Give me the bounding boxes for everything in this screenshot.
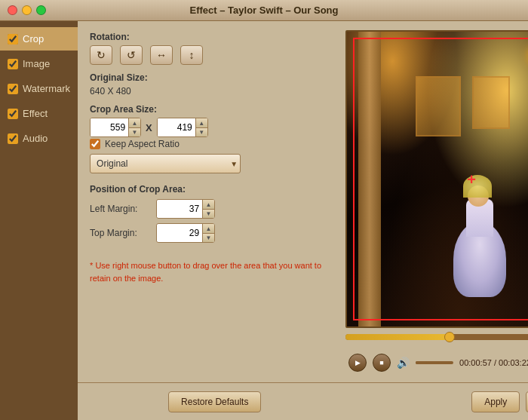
original-size-value: 640 X 480 (90, 86, 333, 97)
column-left (358, 32, 381, 326)
crop-width-spinners: ▲ ▼ (128, 118, 140, 136)
apply-button[interactable]: Apply (471, 391, 520, 412)
sidebar-checkbox-crop[interactable] (8, 34, 18, 44)
top-margin-down[interactable]: ▼ (203, 233, 214, 242)
rotation-label: Rotation: (90, 32, 333, 42)
preview-image-container: + (345, 30, 528, 328)
figure (450, 176, 510, 297)
progress-bar-wrapper[interactable] (345, 334, 528, 343)
sidebar-checkbox-image[interactable] (8, 59, 18, 69)
sidebar-label-audio: Audio (23, 133, 48, 144)
volume-fill (416, 361, 427, 364)
aspect-ratio-row: Keep Aspect Ratio (90, 139, 333, 149)
window-controls (8, 5, 46, 15)
titlebar: Effect – Taylor Swift – Our Song (0, 0, 528, 21)
time-total: 00:03:22 (499, 358, 528, 367)
left-margin-label: Left Margin: (90, 204, 150, 214)
rotation-row: ↻ ↺ ↔ ↕ (90, 45, 333, 65)
crop-area-row: ▲ ▼ X ▲ ▼ (90, 118, 333, 137)
left-margin-down[interactable]: ▼ (203, 209, 214, 218)
bottom-bar: Restore Defaults Apply Close (78, 382, 528, 420)
left-margin-row: Left Margin: ▲ ▼ (90, 199, 333, 219)
crop-height-spinners: ▲ ▼ (195, 118, 207, 136)
volume-slider[interactable] (416, 361, 453, 364)
flip-v-button[interactable]: ↕ (180, 45, 203, 65)
crop-width-input[interactable] (91, 118, 128, 136)
left-margin-input[interactable] (157, 201, 202, 217)
close-window-button[interactable] (8, 5, 17, 15)
minimize-window-button[interactable] (22, 5, 32, 15)
progress-thumb[interactable] (444, 332, 455, 342)
left-margin-spinners: ▲ ▼ (202, 200, 214, 218)
sidebar-label-crop: Crop (23, 33, 44, 44)
sidebar-item-image[interactable]: Image (0, 52, 78, 75)
sidebar-item-watermark[interactable]: Watermark (0, 77, 78, 100)
right-buttons: Apply Close (471, 391, 528, 412)
stop-button[interactable]: ■ (373, 354, 391, 372)
original-size-section: Original Size: 640 X 480 (90, 72, 333, 97)
aspect-dropdown-wrapper: Original 4:3 16:9 1:1 ▼ (90, 154, 241, 173)
play-button[interactable]: ▶ (348, 354, 367, 372)
crop-area-section: Crop Area Size: ▲ ▼ X (90, 104, 333, 173)
keep-aspect-checkbox[interactable] (90, 139, 100, 149)
sidebar-label-watermark: Watermark (23, 83, 70, 94)
video-preview-scene: + (347, 32, 528, 326)
volume-icon[interactable]: 🔊 (397, 357, 410, 369)
progress-bar-track[interactable] (345, 334, 528, 340)
left-margin-up[interactable]: ▲ (203, 200, 214, 209)
sidebar-item-effect[interactable]: Effect (0, 102, 78, 125)
content-area: Rotation: ↻ ↺ ↔ ↕ Original Size: 640 X 4… (78, 21, 528, 420)
top-margin-input-wrap: ▲ ▼ (156, 223, 215, 243)
video-controls: ▶ ■ 🔊 00:00:57 / 00:03:22 ⊞ ⊟ (345, 349, 528, 376)
progress-bar-fill (345, 334, 450, 340)
preview-panel: + ▶ ■ 🔊 (345, 21, 528, 382)
crop-width-down[interactable]: ▼ (129, 127, 140, 136)
margins-container: Left Margin: ▲ ▼ Top Margin: (90, 199, 333, 243)
main-layout: Crop Image Watermark Effect Audio Rotati… (0, 21, 528, 420)
sidebar-checkbox-watermark[interactable] (8, 84, 18, 94)
position-label: Position of Crop Area: (90, 184, 333, 195)
aspect-dropdown[interactable]: Original 4:3 16:9 1:1 (90, 154, 241, 173)
top-section: Rotation: ↻ ↺ ↔ ↕ Original Size: 640 X 4… (78, 21, 528, 382)
crop-area-label: Crop Area Size: (90, 104, 333, 115)
crop-height-wrapper: ▲ ▼ (157, 118, 208, 137)
crop-height-down[interactable]: ▼ (196, 127, 207, 136)
time-sep: / (494, 358, 496, 367)
hair (463, 175, 492, 198)
top-margin-spinners: ▲ ▼ (202, 224, 214, 242)
sidebar-label-image: Image (23, 58, 50, 69)
help-text: * Use right mouse button to drag over th… (90, 259, 333, 284)
sidebar: Crop Image Watermark Effect Audio (0, 21, 78, 420)
maximize-window-button[interactable] (36, 5, 46, 15)
sidebar-checkbox-effect[interactable] (8, 109, 18, 119)
rotate-cw-button[interactable]: ↻ (90, 45, 112, 65)
flip-h-button[interactable]: ↔ (150, 45, 173, 65)
keep-aspect-label: Keep Aspect Ratio (105, 139, 180, 149)
top-margin-up[interactable]: ▲ (203, 224, 214, 233)
rotation-section: Rotation: ↻ ↺ ↔ ↕ (90, 32, 333, 65)
sidebar-item-audio[interactable]: Audio (0, 127, 78, 150)
crop-height-input[interactable] (158, 118, 195, 136)
position-section: Position of Crop Area: Left Margin: ▲ ▼ (90, 184, 333, 247)
top-margin-input[interactable] (157, 225, 202, 241)
window-bg-left (416, 76, 461, 136)
crop-width-up[interactable]: ▲ (129, 118, 140, 127)
crop-height-up[interactable]: ▲ (196, 118, 207, 127)
time-current: 00:00:57 (459, 358, 492, 367)
controls-panel: Rotation: ↻ ↺ ↔ ↕ Original Size: 640 X 4… (78, 21, 345, 382)
left-margin-input-wrap: ▲ ▼ (156, 199, 215, 219)
top-margin-label: Top Margin: (90, 228, 150, 238)
top-margin-row: Top Margin: ▲ ▼ (90, 223, 333, 243)
original-size-label: Original Size: (90, 72, 333, 83)
x-separator: X (146, 122, 152, 133)
crop-width-wrapper: ▲ ▼ (90, 118, 141, 137)
time-display: 00:00:57 / 00:03:22 (459, 358, 528, 367)
window-title: Effect – Taylor Swift – Our Song (190, 5, 339, 16)
window-bg-right (472, 76, 510, 129)
sidebar-checkbox-audio[interactable] (8, 133, 18, 144)
restore-defaults-button[interactable]: Restore Defaults (168, 391, 261, 412)
sidebar-label-effect: Effect (23, 108, 48, 119)
sidebar-item-crop[interactable]: Crop (0, 27, 78, 51)
rotate-ccw-button[interactable]: ↺ (120, 45, 143, 65)
